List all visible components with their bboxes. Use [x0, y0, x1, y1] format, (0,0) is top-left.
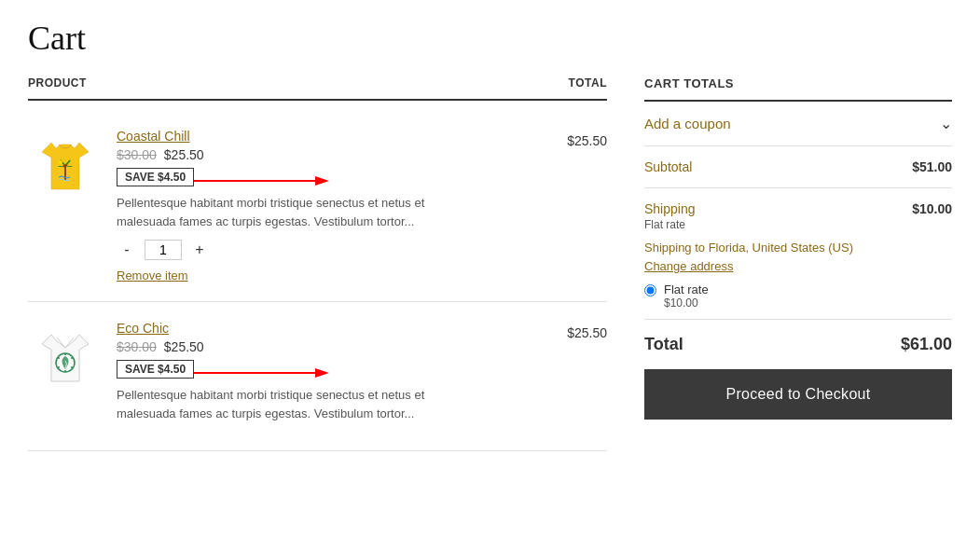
cart-item-2: Eco Chic $30.00 $25.50 SAVE $4.50 Pellen… [28, 302, 607, 451]
flat-rate-info: Flat rate $10.00 [664, 282, 709, 310]
tshirt-white-icon [33, 325, 98, 391]
item-1-original-price: $30.00 [117, 147, 157, 162]
item-1-description: Pellentesque habitant morbi tristique se… [117, 194, 443, 230]
shipping-to-text: Shipping to Florida, United States (US) [644, 231, 952, 258]
shipping-options: Flat rate $10.00 [644, 273, 952, 320]
total-label: Total [644, 335, 683, 354]
item-2-total: $25.50 [567, 321, 607, 340]
cart-sidebar: CART TOTALS Add a coupon ⌄ Subtotal $51.… [644, 76, 952, 420]
item-1-image [28, 129, 103, 203]
flat-rate-name: Flat rate [664, 282, 709, 296]
shipping-left: Shipping Flat rate [644, 201, 696, 231]
item-2-details: Eco Chic $30.00 $25.50 SAVE $4.50 Pellen… [117, 321, 553, 432]
item-2-original-price: $30.00 [117, 339, 157, 354]
svg-point-4 [59, 160, 62, 164]
item-2-save-badge: SAVE $4.50 [117, 360, 194, 379]
item-1-save-badge: SAVE $4.50 [117, 168, 194, 186]
flat-rate-price: $10.00 [664, 296, 709, 310]
item-1-quantity-control: - + [117, 240, 553, 260]
item-2-description: Pellentesque habitant morbi tristique se… [117, 386, 443, 422]
item-2-image [28, 321, 103, 395]
item-1-qty-decrease[interactable]: - [117, 240, 137, 260]
item-2-name[interactable]: Eco Chic [117, 321, 553, 336]
cart-main: PRODUCT TOTAL [28, 76, 607, 451]
item-2-save-container: SAVE $4.50 [117, 360, 194, 386]
tshirt-yellow-icon [33, 133, 98, 199]
svg-point-14 [58, 357, 60, 359]
shipping-sub-label: Flat rate [644, 218, 696, 231]
item-1-qty-increase[interactable]: + [189, 240, 210, 260]
subtotal-value: $51.00 [912, 159, 952, 174]
svg-point-3 [65, 164, 68, 167]
item-1-details: Coastal Chill $30.00 $25.50 SAVE $4.50 P… [117, 129, 553, 282]
item-1-sale-price: $25.50 [164, 147, 204, 162]
cart-layout: PRODUCT TOTAL [28, 76, 952, 451]
product-column-header: PRODUCT [28, 76, 87, 90]
svg-point-10 [71, 357, 73, 359]
checkout-button[interactable]: Proceed to Checkout [644, 369, 952, 420]
coupon-chevron-icon: ⌄ [940, 115, 952, 132]
total-value: $61.00 [901, 335, 952, 354]
shipping-row: Shipping Flat rate $10.00 [644, 188, 952, 231]
item-1-remove-button[interactable]: Remove item [117, 269, 188, 282]
coupon-row[interactable]: Add a coupon ⌄ [644, 102, 952, 146]
item-2-pricing: $30.00 $25.50 [117, 339, 553, 354]
svg-point-11 [71, 366, 73, 368]
item-2-sale-price: $25.50 [164, 339, 204, 354]
subtotal-row: Subtotal $51.00 [644, 146, 952, 188]
flat-rate-radio[interactable] [644, 284, 656, 296]
item-1-qty-input[interactable] [145, 240, 182, 260]
svg-marker-6 [315, 176, 329, 186]
cart-totals-title: CART TOTALS [644, 76, 952, 102]
item-2-save-arrow-icon [194, 359, 343, 387]
item-1-name[interactable]: Coastal Chill [117, 129, 553, 144]
page-container: Cart PRODUCT TOTAL [0, 0, 980, 470]
flat-rate-option: Flat rate $10.00 [644, 282, 952, 310]
item-1-save-container: SAVE $4.50 [117, 168, 194, 194]
total-row: Total $61.00 [644, 320, 952, 369]
svg-marker-16 [315, 368, 329, 378]
svg-point-12 [64, 370, 66, 372]
item-1-pricing: $30.00 $25.50 [117, 147, 553, 162]
cart-item-1: Coastal Chill $30.00 $25.50 SAVE $4.50 P… [28, 110, 607, 302]
page-title: Cart [28, 19, 952, 58]
item-1-total: $25.50 [567, 129, 607, 148]
shipping-label: Shipping [644, 201, 696, 216]
total-column-header: TOTAL [569, 76, 607, 90]
svg-point-9 [64, 353, 66, 355]
subtotal-label: Subtotal [644, 159, 692, 174]
change-address-link[interactable]: Change address [644, 259, 733, 273]
shipping-value: $10.00 [912, 201, 952, 216]
coupon-label: Add a coupon [644, 116, 731, 131]
svg-point-13 [58, 366, 60, 368]
item-1-save-arrow-icon [194, 167, 343, 195]
cart-table-header: PRODUCT TOTAL [28, 76, 607, 101]
